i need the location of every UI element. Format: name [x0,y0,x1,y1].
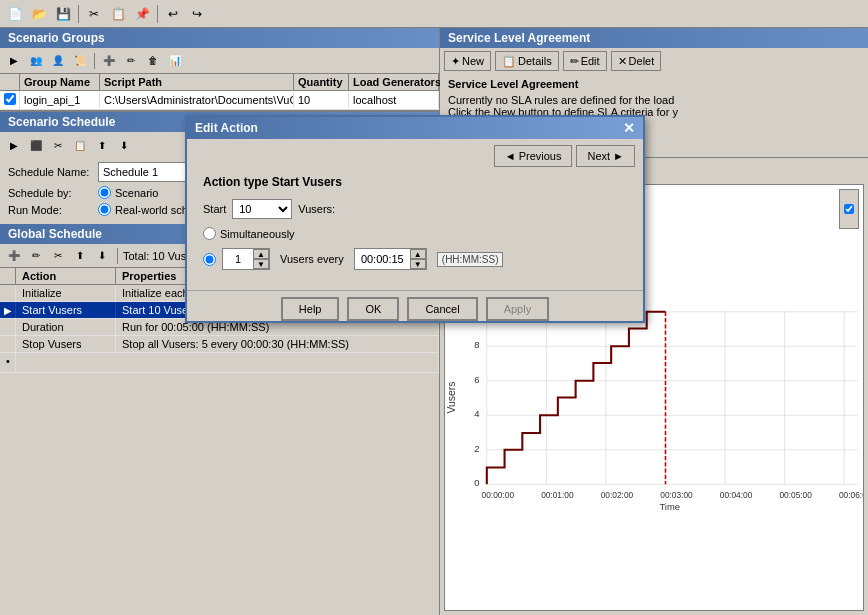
redo-btn[interactable]: ↪ [186,4,208,24]
vusers-btn[interactable]: 👤 [48,52,68,70]
sla-details-label: Details [518,55,552,67]
gs-play-init [0,285,16,301]
gs-play-start: ▶ [0,302,16,318]
svg-text:00:00:00: 00:00:00 [482,490,515,500]
details-btn[interactable]: 📊 [165,52,185,70]
gs-props-stop: Stop all Vusers: 5 every 00:00:30 (HH:MM… [116,336,439,352]
time-spin-down[interactable]: ▼ [410,259,426,269]
svg-text:8: 8 [474,339,479,350]
svg-text:Time: Time [659,501,680,512]
sla-edit-btn[interactable]: ✏ Edit [563,51,607,71]
sched-down-btn[interactable]: ⬇ [114,136,134,154]
gradual-label[interactable] [203,253,216,266]
save-btn[interactable]: 💾 [52,4,74,24]
time-spin-up[interactable]: ▲ [410,249,426,259]
new-icon: ✦ [451,55,460,68]
svg-text:00:03:00: 00:03:00 [660,490,693,500]
scripts-btn[interactable]: 📜 [70,52,90,70]
gs-edit-btn[interactable]: ✏ [26,247,46,265]
spin-up[interactable]: ▲ [253,249,269,259]
paste-btn[interactable]: 📌 [131,4,153,24]
add-group-btn[interactable]: 👥 [26,52,46,70]
gradual-row: ▲ ▼ Vusers every ▲ ▼ (HH:MM:SS) [203,248,627,270]
sla-delete-label: Delet [629,55,655,67]
main-toolbar: 📄 📂 💾 ✂ 📋 📌 ↩ ↪ [0,0,868,28]
sla-details-btn[interactable]: 📋 Details [495,51,559,71]
help-btn[interactable]: Help [281,297,340,321]
sched-add-btn[interactable]: ✂ [48,136,68,154]
sla-edit-label: Edit [581,55,600,67]
schedule-by-label: Schedule by: [8,187,98,199]
sla-content-title: Service Level Agreement [448,78,860,90]
sched-stop-btn[interactable]: ⬛ [26,136,46,154]
sched-copy-btn[interactable]: 📋 [70,136,90,154]
open-btn[interactable]: 📂 [28,4,50,24]
row-script-path: C:\Users\Administrator\Documents\VuGen\S… [100,92,294,108]
delete-btn[interactable]: 🗑 [143,52,163,70]
gs-action-stop: Stop Vusers [16,336,116,352]
modal-close-btn[interactable]: ✕ [623,120,635,136]
time-input[interactable] [355,250,410,268]
cancel-btn[interactable]: Cancel [407,297,477,321]
gradual-radio[interactable] [203,253,216,266]
row-quantity: 10 [294,92,349,108]
schedule-by-radio[interactable]: Scenario [98,186,158,199]
gs-col-action: Action [16,268,116,284]
sla-content-line2: Currently no SLA rules are defined for t… [448,94,860,106]
gs-up-btn[interactable]: ⬆ [70,247,90,265]
simultaneously-text: Simultaneously [220,228,295,240]
sla-delete-btn[interactable]: ✕ Delet [611,51,662,71]
svg-text:2: 2 [474,443,479,454]
table-row: login_api_1 C:\Users\Administrator\Docum… [0,91,439,110]
col-load-gen: Load Generators [349,74,439,90]
start-select[interactable]: 10 [232,199,292,219]
gs-row-empty: • [0,353,439,373]
gs-down-btn[interactable]: ⬇ [92,247,112,265]
sched-play-btn[interactable]: ▶ [4,136,24,154]
row-check[interactable] [0,91,20,109]
row-generators: localhost [349,92,439,108]
legend-check[interactable] [844,204,854,214]
separator [78,5,79,23]
hh-mm-ss-label: (HH:MM:SS) [437,252,504,267]
gs-play-stop [0,336,16,352]
schedule-name-label: Schedule Name: [8,166,98,178]
undo-btn[interactable]: ↩ [162,4,184,24]
new-btn[interactable]: 📄 [4,4,26,24]
modal-title: Edit Action [195,121,258,135]
svg-text:00:05:00: 00:05:00 [779,490,812,500]
prev-btn[interactable]: ◄ Previous [494,145,573,167]
vuser-count-input: ▲ ▼ [222,248,270,270]
apply-btn[interactable]: Apply [486,297,550,321]
sla-new-label: New [462,55,484,67]
table-header: Group Name Script Path Quantity Load Gen… [0,74,439,91]
add-btn[interactable]: ➕ [99,52,119,70]
svg-text:00:01:00: 00:01:00 [541,490,574,500]
sla-new-btn[interactable]: ✦ New [444,51,491,71]
action-type-row: Action type Start Vusers [203,175,627,189]
legend-box [839,189,859,229]
gs-del-btn[interactable]: ✂ [48,247,68,265]
edit-btn[interactable]: ✏ [121,52,141,70]
sched-paste-btn[interactable]: ⬆ [92,136,112,154]
simultaneously-label[interactable]: Simultaneously [203,227,295,240]
simultaneously-row: Simultaneously [203,227,627,240]
time-spinners: ▲ ▼ [410,249,426,269]
ok-btn[interactable]: OK [347,297,399,321]
play-btn[interactable]: ▶ [4,52,24,70]
next-btn[interactable]: Next ► [576,145,635,167]
gs-row-stop[interactable]: Stop Vusers Stop all Vusers: 5 every 00:… [0,336,439,353]
copy-btn[interactable]: 📋 [107,4,129,24]
start-row: Start 10 Vusers: [203,199,627,219]
schedule-by-radio-input[interactable] [98,186,111,199]
run-mode-radio-input[interactable] [98,203,111,216]
scenario-groups-toolbar: ▶ 👥 👤 📜 ➕ ✏ 🗑 📊 [0,48,439,74]
vuser-count-field[interactable] [223,250,253,268]
gs-add-btn[interactable]: ➕ [4,247,24,265]
cut-btn[interactable]: ✂ [83,4,105,24]
details-icon: 📋 [502,55,516,68]
spin-down[interactable]: ▼ [253,259,269,269]
modal-bottom: Help OK Cancel Apply [187,290,643,321]
simultaneously-radio[interactable] [203,227,216,240]
svg-text:00:06:00: 00:06:00 [839,490,863,500]
